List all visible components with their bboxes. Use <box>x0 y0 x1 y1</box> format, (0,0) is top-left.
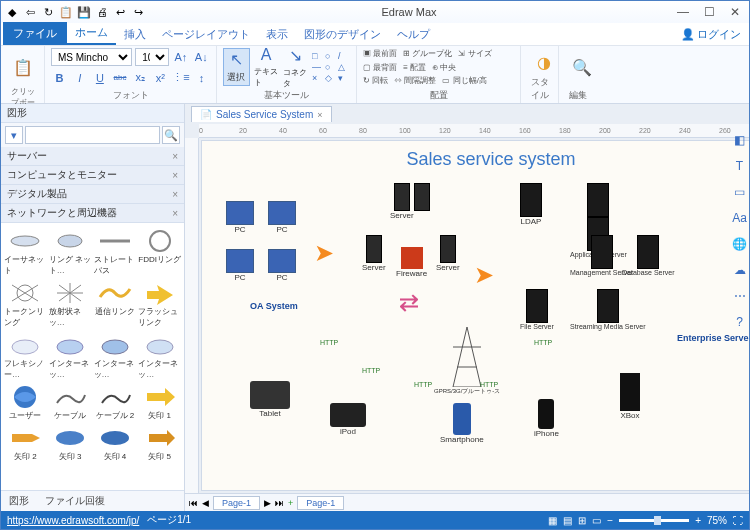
line-spacing-button[interactable]: ↕ <box>193 69 210 87</box>
right-tool-7[interactable]: ? <box>733 315 747 329</box>
same-size-button[interactable]: ▭ 同じ幅/高 <box>442 75 486 86</box>
shape-item[interactable]: ケーブル <box>48 383 93 422</box>
node-ipod[interactable]: iPod <box>330 403 366 436</box>
shape-item[interactable]: ユーザー <box>3 383 48 422</box>
qat-forward-icon[interactable]: ↪ <box>131 5 145 19</box>
shape-item[interactable]: ストレートバス <box>93 227 138 277</box>
node-fireware[interactable]: Fireware <box>396 247 427 278</box>
connector-tool[interactable]: ↘コネクタ <box>282 48 309 86</box>
italic-button[interactable]: I <box>71 69 88 87</box>
bullets-button[interactable]: ⋮≡ <box>172 69 190 87</box>
bold-button[interactable]: B <box>51 69 68 87</box>
node-smartphone[interactable]: Smartphone <box>440 403 484 444</box>
shape-item[interactable]: インターネッ… <box>93 331 138 381</box>
page-tab-1[interactable]: Page-1 <box>213 496 260 510</box>
spacing-button[interactable]: ⇔ 間隔調整 <box>394 75 436 86</box>
stencil-servers[interactable]: サーバー× <box>1 147 184 166</box>
paste-button[interactable]: 📋 <box>7 48 38 86</box>
node-server[interactable]: Server <box>362 235 386 272</box>
shape-item[interactable]: フラッシュリンク <box>137 279 182 329</box>
node-pc[interactable]: PC <box>268 201 296 234</box>
font-name-select[interactable]: MS Mincho <box>51 48 132 66</box>
node-pc[interactable]: PC <box>226 249 254 282</box>
tab-shapes[interactable]: 図形 <box>1 491 37 511</box>
close-button[interactable]: ✕ <box>725 5 745 19</box>
shape-item[interactable]: 放射状ネッ… <box>48 279 93 329</box>
view-mode-2[interactable]: ▤ <box>563 515 572 526</box>
login-button[interactable]: 👤ログイン <box>673 24 749 45</box>
tab-insert[interactable]: 挿入 <box>116 24 154 45</box>
style-button[interactable]: ◑ <box>527 48 561 76</box>
view-mode-4[interactable]: ▭ <box>592 515 601 526</box>
node-xbox[interactable]: XBox <box>620 373 640 420</box>
view-mode-3[interactable]: ⊞ <box>578 515 586 526</box>
underline-button[interactable]: U <box>91 69 108 87</box>
node-iphone[interactable]: iPhone <box>534 399 559 438</box>
tab-page-layout[interactable]: ページレイアウト <box>154 24 258 45</box>
shape-item[interactable]: ケーブル 2 <box>93 383 138 422</box>
size-button[interactable]: ⇲ サイズ <box>458 48 491 59</box>
tab-home[interactable]: ホーム <box>67 22 116 45</box>
close-icon[interactable]: × <box>172 170 178 181</box>
edit-button[interactable]: 🔍 <box>565 48 599 86</box>
page-tab-1b[interactable]: Page-1 <box>297 496 344 510</box>
shape-gallery[interactable]: □○/ —○△ ×◇▾ <box>312 51 350 83</box>
fullscreen-button[interactable]: ⛶ <box>733 515 743 526</box>
shape-item[interactable]: インターネッ… <box>48 331 93 381</box>
right-tool-5[interactable]: ☁ <box>733 263 747 277</box>
node-stream-server[interactable]: Streaming Media Server <box>570 289 645 330</box>
subscript-button[interactable]: x₂ <box>132 69 149 87</box>
right-tool-3[interactable]: Aa <box>733 211 747 225</box>
text-tool[interactable]: Aテキスト <box>253 48 280 86</box>
shape-item[interactable]: 矢印 1 <box>137 383 182 422</box>
right-tool-2[interactable]: ▭ <box>733 185 747 199</box>
zoom-out-button[interactable]: − <box>607 515 613 526</box>
node-pc[interactable]: PC <box>226 201 254 234</box>
close-icon[interactable]: × <box>172 189 178 200</box>
node-file-server[interactable]: File Server <box>520 289 554 330</box>
right-tool-1[interactable]: T <box>733 159 747 173</box>
qat-save-icon[interactable]: 💾 <box>77 5 91 19</box>
qat-paste-icon[interactable]: 📋 <box>59 5 73 19</box>
close-tab-icon[interactable]: × <box>317 110 322 120</box>
shape-item[interactable]: リング ネット… <box>48 227 93 277</box>
shape-item[interactable]: イーサネット <box>3 227 48 277</box>
stencil-network[interactable]: ネットワークと周辺機器× <box>1 204 184 223</box>
page-nav-prev[interactable]: ◀ <box>202 498 209 508</box>
tab-file-recovery[interactable]: ファイル回復 <box>37 491 113 511</box>
right-tool-6[interactable]: ⋯ <box>733 289 747 303</box>
shape-item[interactable]: FDDIリング <box>137 227 182 277</box>
status-url[interactable]: https://www.edrawsoft.com/jp/ <box>7 515 139 526</box>
shape-item[interactable]: 矢印 5 <box>137 424 182 463</box>
page-nav-next[interactable]: ▶ <box>264 498 271 508</box>
maximize-button[interactable]: ☐ <box>699 5 719 19</box>
superscript-button[interactable]: x² <box>152 69 169 87</box>
rotate-button[interactable]: ↻ 回転 <box>363 75 388 86</box>
tab-help[interactable]: ヘルプ <box>389 24 438 45</box>
align-button[interactable]: ≡ 配置 <box>403 62 426 73</box>
minimize-button[interactable]: — <box>673 5 693 19</box>
node-server[interactable] <box>414 183 430 211</box>
center-button[interactable]: ⊕ 中央 <box>432 62 456 73</box>
zoom-in-button[interactable]: + <box>695 515 701 526</box>
node-server[interactable]: Server <box>390 183 414 220</box>
document-tab[interactable]: 📄 Sales Service System× <box>191 106 332 122</box>
view-mode-1[interactable]: ▦ <box>548 515 557 526</box>
qat-undo-icon[interactable]: ⇦ <box>23 5 37 19</box>
shape-item[interactable]: 矢印 3 <box>48 424 93 463</box>
increase-font-button[interactable]: A↑ <box>172 48 189 66</box>
decrease-font-button[interactable]: A↓ <box>193 48 210 66</box>
node-pc[interactable]: PC <box>268 249 296 282</box>
page-nav-first[interactable]: ⏮ <box>189 498 198 508</box>
node-ldap[interactable]: LDAP <box>520 183 542 226</box>
shape-item[interactable]: トークンリング <box>3 279 48 329</box>
bring-front-button[interactable]: ▣ 最前面 <box>363 48 397 59</box>
shape-item[interactable]: インターネッ… <box>137 331 182 381</box>
tab-view[interactable]: 表示 <box>258 24 296 45</box>
search-dropdown[interactable]: ▾ <box>5 126 23 144</box>
qat-back-icon[interactable]: ↩ <box>113 5 127 19</box>
close-icon[interactable]: × <box>172 151 178 162</box>
shape-item[interactable]: フレキシノー… <box>3 331 48 381</box>
search-icon[interactable]: 🔍 <box>162 126 180 144</box>
node-server[interactable]: Server <box>436 235 460 272</box>
